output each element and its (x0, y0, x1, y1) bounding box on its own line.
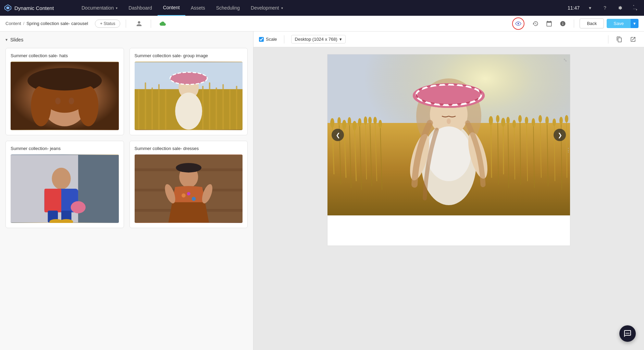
slide-image-group (135, 62, 243, 130)
bar-icons (134, 19, 168, 28)
svg-point-88 (364, 116, 367, 125)
user-icon[interactable] (134, 19, 144, 28)
nav-dashboard[interactable]: Dashboard (123, 0, 158, 16)
svg-rect-32 (78, 155, 119, 222)
svg-point-85 (348, 117, 351, 125)
clock-display: 11:47 (568, 5, 580, 11)
app-title: Dynamic Content (14, 5, 54, 11)
svg-point-84 (342, 120, 346, 129)
preview-eye-action (512, 17, 524, 30)
svg-point-104 (565, 115, 568, 123)
svg-point-50 (191, 197, 196, 201)
svg-point-49 (182, 193, 186, 198)
svg-point-97 (518, 115, 522, 123)
svg-rect-23 (222, 84, 224, 129)
svg-point-87 (358, 118, 361, 126)
resize-handle-right[interactable]: ⋮ (567, 144, 570, 156)
separator (608, 35, 608, 43)
info-icon[interactable] (557, 18, 568, 29)
slides-grid: Summer collection sale- hats (5, 48, 248, 228)
svg-point-51 (187, 192, 190, 196)
scale-checkbox-label[interactable]: Scale (259, 37, 277, 42)
svg-point-118 (627, 333, 628, 334)
save-button[interactable]: Save (607, 19, 631, 28)
resize-handle-corner[interactable]: ⤡ (563, 57, 567, 63)
separator (126, 20, 126, 28)
device-label: Desktop (1024 x 768) (295, 37, 337, 42)
svg-point-86 (352, 121, 357, 130)
svg-rect-24 (229, 89, 231, 129)
breadcrumb-current: Spring collection sale- carousel (26, 21, 88, 26)
svg-line-69 (491, 123, 492, 178)
nav-items: Documentation ▾ Dashboard Content Assets… (76, 0, 568, 16)
svg-point-90 (373, 117, 377, 124)
account-icon[interactable] (630, 3, 640, 13)
svg-point-98 (525, 117, 528, 124)
slide-card-group[interactable]: Summer collection sale- group image (129, 48, 248, 135)
back-button[interactable]: Back (580, 18, 604, 28)
svg-rect-48 (184, 163, 193, 169)
calendar-icon[interactable] (544, 18, 555, 29)
carousel-below-area (327, 215, 570, 243)
nav-scheduling[interactable]: Scheduling (211, 0, 245, 16)
nav-development[interactable]: Development ▾ (245, 0, 288, 16)
nav-documentation[interactable]: Documentation ▾ (76, 0, 123, 16)
slides-header[interactable]: ▾ Slides (5, 37, 248, 42)
svg-rect-16 (145, 83, 146, 130)
nav-content[interactable]: Content (158, 0, 185, 16)
chevron-left-icon: ❮ (336, 132, 340, 138)
nav-assets[interactable]: Assets (185, 0, 211, 16)
preview-eye-button[interactable] (512, 17, 524, 30)
settings-icon[interactable] (615, 3, 625, 13)
device-dropdown-icon: ▾ (339, 37, 342, 42)
external-link-icon[interactable] (628, 34, 639, 45)
svg-point-99 (532, 118, 535, 126)
status-button[interactable]: + Status (95, 20, 120, 28)
svg-point-94 (501, 118, 505, 127)
history-icon[interactable] (530, 18, 541, 29)
svg-point-10 (55, 98, 61, 104)
svg-rect-19 (165, 89, 166, 129)
svg-point-12 (33, 69, 97, 90)
breadcrumb: Content / Spring collection sale- carous… (5, 21, 88, 26)
scale-label: Scale (266, 37, 277, 42)
save-dropdown-button[interactable]: ▾ (631, 19, 639, 28)
separator (284, 35, 284, 43)
svg-point-2 (518, 23, 519, 24)
svg-point-33 (52, 168, 71, 189)
svg-point-101 (545, 116, 549, 125)
carousel-prev-button[interactable]: ❮ (332, 129, 344, 141)
separator (574, 20, 574, 28)
main-layout: ▾ Slides Summer collection sale- hats (0, 32, 644, 350)
slide-card-hats[interactable]: Summer collection sale- hats (5, 48, 124, 135)
slide-card-dresses[interactable]: Summer collection sale- dresses (129, 141, 248, 228)
time-dropdown-icon[interactable]: ▾ (585, 3, 595, 13)
svg-point-119 (629, 333, 630, 334)
chat-fab-button[interactable] (619, 325, 636, 342)
device-selector[interactable]: Desktop (1024 x 768) ▾ (291, 35, 346, 43)
breadcrumb-separator: / (23, 21, 25, 26)
separator (151, 20, 151, 28)
scale-checkbox[interactable] (259, 37, 264, 42)
svg-rect-18 (158, 84, 160, 129)
slide-card-jeans[interactable]: Summer collection- jeans (5, 141, 124, 228)
svg-point-91 (379, 120, 382, 128)
brand-logo[interactable]: Dynamic Content (4, 4, 76, 12)
svg-rect-17 (151, 87, 153, 129)
duplicate-icon[interactable] (614, 34, 625, 45)
svg-rect-15 (138, 89, 139, 129)
help-icon[interactable]: ? (600, 3, 610, 13)
svg-rect-25 (236, 86, 237, 129)
svg-point-93 (496, 115, 499, 123)
top-navigation: Dynamic Content Documentation ▾ Dashboar… (0, 0, 644, 16)
svg-point-82 (330, 118, 334, 128)
svg-point-113 (447, 118, 451, 124)
svg-marker-1 (6, 6, 9, 9)
svg-point-117 (626, 333, 627, 334)
carousel-next-button[interactable]: ❯ (554, 129, 566, 141)
chevron-down-icon: ▾ (281, 6, 283, 10)
svg-point-95 (506, 117, 510, 124)
svg-point-29 (175, 92, 202, 129)
breadcrumb-parent[interactable]: Content (5, 21, 21, 26)
cloud-sync-icon[interactable] (158, 19, 168, 28)
